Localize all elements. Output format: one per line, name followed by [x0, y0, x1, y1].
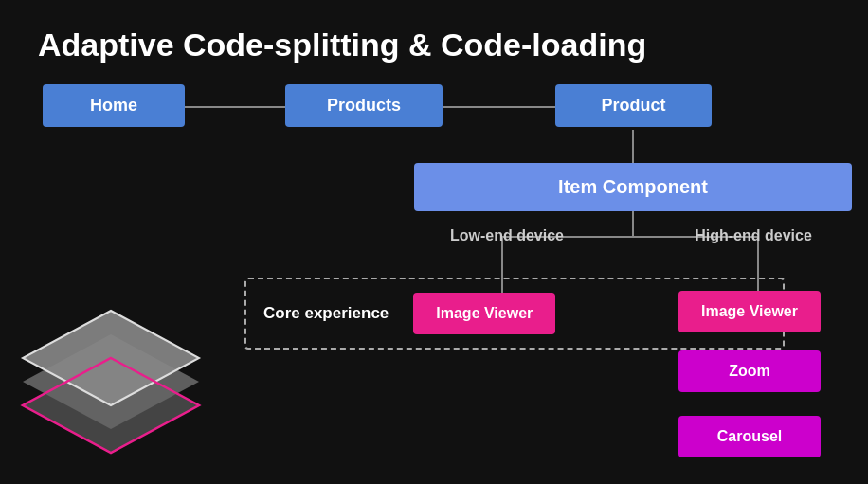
- carousel-button: Carousel: [678, 416, 821, 457]
- main-layout: Adaptive Code-splitting & Code-loading H…: [0, 0, 868, 484]
- core-label: Core experience: [263, 304, 389, 323]
- zoom-button: Zoom: [678, 350, 821, 392]
- item-component-node: Item Component: [414, 163, 852, 211]
- home-node: Home: [43, 84, 185, 127]
- low-end-label: Low-end device: [426, 227, 588, 244]
- stack-icon: [9, 301, 213, 467]
- product-node: Product: [555, 84, 712, 127]
- high-end-label: High-end device: [673, 227, 834, 244]
- products-node: Products: [285, 84, 443, 127]
- low-end-image-viewer: Image Viewer: [413, 293, 555, 334]
- high-end-image-viewer: Image Viewer: [678, 291, 821, 332]
- page-title: Adaptive Code-splitting & Code-loading: [38, 27, 646, 63]
